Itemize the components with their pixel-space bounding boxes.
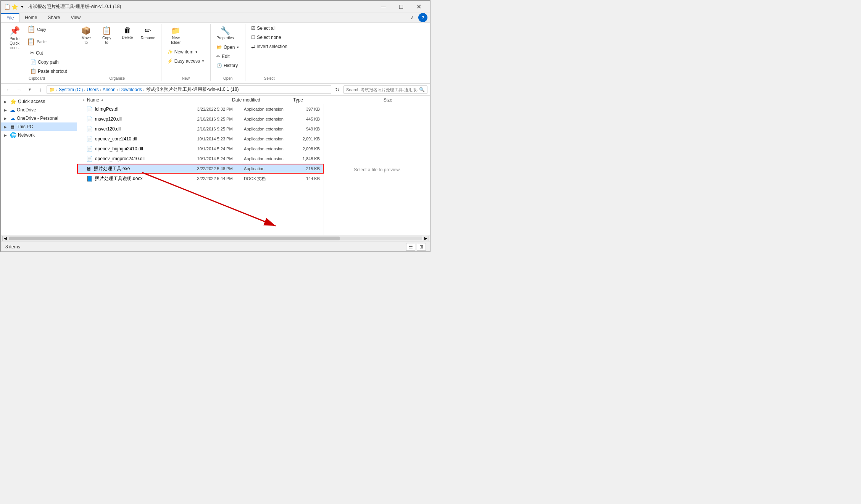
history-button[interactable]: 🕐 History xyxy=(214,61,240,70)
col-header-type[interactable]: Type xyxy=(293,97,362,103)
address-bar: ← → ▼ ↑ 📁 › System (C:) › Users › Anson … xyxy=(1,84,430,96)
cut-button[interactable]: ✂ Cut xyxy=(27,48,70,57)
move-to-label: Move to xyxy=(81,36,90,45)
pin-to-quick-access-button[interactable]: 📌 Pin to Quick access xyxy=(4,24,25,52)
properties-button[interactable]: 🔧 Properties xyxy=(214,24,237,42)
ribbon-collapse-button[interactable]: ∧ xyxy=(408,13,417,22)
paste-shortcut-button[interactable]: 📋 Paste shortcut xyxy=(27,67,70,76)
col-header-date[interactable]: Date modified xyxy=(232,97,293,103)
file-size-cell: 2,091 KB xyxy=(297,137,320,141)
table-row[interactable]: 📄 msvcp120.dll 2/10/2016 9:25 PM Applica… xyxy=(77,114,324,124)
path-part-0[interactable]: System (C:) xyxy=(59,87,83,92)
title-bar: 📋 ⭐ ▼ 考试报名照片处理工具-通用版-win-v1.0.1 (18) ─ □… xyxy=(1,1,430,13)
select-none-button[interactable]: ☐ Select none xyxy=(248,33,284,42)
table-row[interactable]: 📘 照片处理工具说明.docx 3/22/2022 5:44 PM DOCX 文… xyxy=(77,174,324,184)
onedrive-personal-icon: ☁ xyxy=(10,115,15,121)
sidebar-item-network[interactable]: ▶ 🌐 Network xyxy=(1,131,77,139)
title-bar-dropdown[interactable]: ▼ xyxy=(19,4,25,10)
new-folder-label: New folder xyxy=(171,36,181,45)
large-icons-view-button[interactable]: ⊞ xyxy=(417,243,426,251)
address-path[interactable]: 📁 › System (C:) › Users › Anson › Downlo… xyxy=(47,85,331,94)
sidebar-item-onedrive[interactable]: ▶ ☁ OneDrive xyxy=(1,106,77,114)
copy-path-label: Copy path xyxy=(38,60,59,65)
refresh-button[interactable]: ↻ xyxy=(333,85,342,94)
select-all-button[interactable]: ☑ Select all xyxy=(248,24,278,32)
up-button[interactable]: ↑ xyxy=(36,85,45,94)
copy-to-button[interactable]: 📋 Copy to xyxy=(97,24,117,47)
tab-file[interactable]: File xyxy=(1,13,19,22)
file-date-cell: 2/10/2016 9:25 PM xyxy=(197,117,244,121)
tab-view[interactable]: View xyxy=(65,13,86,22)
scroll-left-button[interactable]: ◀ xyxy=(2,236,8,241)
sidebar-item-quick-access[interactable]: ▶ ⭐ Quick access xyxy=(1,97,77,106)
invert-selection-button[interactable]: ⇄ Invert selection xyxy=(248,42,290,51)
copy-button[interactable]: 📋 Copy xyxy=(26,24,47,35)
table-row[interactable]: 📄 ldlmgPcs.dll 3/22/2022 5:32 PM Applica… xyxy=(77,104,324,114)
file-name-cell: 📄 msvcp120.dll xyxy=(86,116,197,122)
history-icon: 🕐 xyxy=(216,63,222,68)
scroll-track[interactable] xyxy=(9,237,422,240)
sidebar-item-onedrive-personal[interactable]: ▶ ☁ OneDrive - Personal xyxy=(1,114,77,122)
search-box[interactable]: 🔍 xyxy=(343,85,427,94)
quick-access-label: Quick access xyxy=(18,99,74,104)
file-date-cell: 10/1/2014 5:23 PM xyxy=(197,137,244,141)
file-icon: 📄 xyxy=(86,116,93,122)
copy-path-button[interactable]: 📄 Copy path xyxy=(27,58,70,66)
file-date-cell: 2/10/2016 9:25 PM xyxy=(197,127,244,131)
new-label: New xyxy=(182,76,190,81)
file-icon: 📄 xyxy=(86,126,93,132)
table-row[interactable]: 📄 msvcr120.dll 2/10/2016 9:25 PM Applica… xyxy=(77,124,324,134)
path-part-3[interactable]: Downloads xyxy=(119,87,142,92)
rename-button[interactable]: ✏ Rename xyxy=(138,24,158,42)
path-part-1[interactable]: Users xyxy=(87,87,98,92)
help-button[interactable]: ? xyxy=(418,13,427,22)
close-button[interactable]: ✕ xyxy=(410,1,427,13)
table-row[interactable]: 🖥 照片处理工具.exe 3/22/2022 5:48 PM Applicati… xyxy=(77,164,324,174)
table-row[interactable]: 📄 opencv_imgproc2410.dll 10/1/2014 5:24 … xyxy=(77,154,324,164)
scroll-right-button[interactable]: ▶ xyxy=(423,236,429,241)
back-button[interactable]: ← xyxy=(4,85,13,94)
file-type-cell: Application extension xyxy=(244,117,297,121)
forward-button[interactable]: → xyxy=(15,85,24,94)
scroll-thumb[interactable] xyxy=(9,237,340,240)
file-icon: 🖥 xyxy=(86,166,92,172)
edit-button[interactable]: ✏ Edit xyxy=(214,52,232,61)
ribbon: 📌 Pin to Quick access 📋 Copy 📋 Paste ✂ xyxy=(1,23,430,84)
preview-panel: Select a file to preview. xyxy=(324,104,430,235)
copy-path-icon: 📄 xyxy=(30,59,36,65)
file-type-cell: Application extension xyxy=(244,127,297,131)
path-part-4: 考试报名照片处理工具-通用版-win-v1.0.1 (18) xyxy=(146,86,239,93)
file-size-cell: 215 KB xyxy=(297,166,320,171)
paste-label: Paste xyxy=(37,40,47,44)
minimize-button[interactable]: ─ xyxy=(375,1,392,13)
open-button[interactable]: 📂 Open ▼ xyxy=(214,43,242,52)
expand-icon: ▶ xyxy=(4,108,8,112)
rename-icon: ✏ xyxy=(145,26,151,35)
path-part-2[interactable]: Anson xyxy=(103,87,116,92)
col-header-name[interactable]: Name ▲ xyxy=(87,97,232,103)
sort-indicator: ▲ xyxy=(80,98,87,102)
table-row[interactable]: 📄 opencv_highgui2410.dll 10/1/2014 5:24 … xyxy=(77,144,324,154)
move-to-button[interactable]: 📦 Move to xyxy=(76,24,96,47)
pin-label: Pin to Quick access xyxy=(6,37,23,50)
new-folder-button[interactable]: 📁 New folder xyxy=(164,24,187,47)
sidebar-item-this-pc[interactable]: ▶ 🖥 This PC xyxy=(1,122,77,131)
recent-locations-button[interactable]: ▼ xyxy=(25,85,34,94)
file-date-cell: 3/22/2022 5:44 PM xyxy=(197,176,244,181)
type-header-label: Type xyxy=(293,97,303,103)
tab-share[interactable]: Share xyxy=(42,13,65,22)
maximize-button[interactable]: □ xyxy=(392,1,410,13)
pin-icon: 📌 xyxy=(10,26,20,36)
delete-button[interactable]: 🗑 Delete xyxy=(118,24,137,42)
search-input[interactable] xyxy=(346,87,418,92)
paste-button[interactable]: 📋 Paste xyxy=(26,36,47,48)
file-name-cell: 📄 msvcr120.dll xyxy=(86,126,197,132)
main-area: ▶ ⭐ Quick access ▶ ☁ OneDrive ▶ ☁ OneDri… xyxy=(1,96,430,235)
easy-access-button[interactable]: ⚡ Easy access ▼ xyxy=(164,57,207,65)
network-label: Network xyxy=(18,132,74,138)
new-item-button[interactable]: ✨ New item ▼ xyxy=(164,48,201,56)
tab-home[interactable]: Home xyxy=(19,13,42,22)
details-view-button[interactable]: ☰ xyxy=(406,243,415,251)
table-row[interactable]: 📄 opencv_core2410.dll 10/1/2014 5:23 PM … xyxy=(77,134,324,144)
col-header-size[interactable]: Size xyxy=(362,97,392,103)
